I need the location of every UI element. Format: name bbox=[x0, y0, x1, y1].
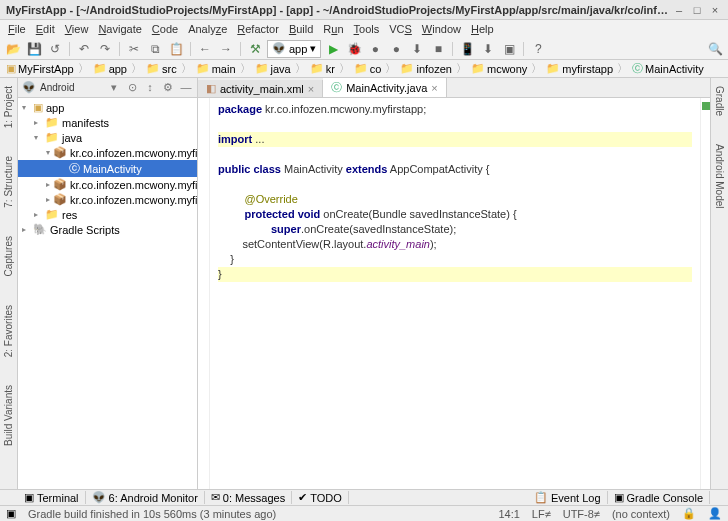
breadcrumb-item[interactable]: 📁main bbox=[194, 62, 238, 75]
tree-arrow-icon[interactable]: ▾ bbox=[34, 133, 42, 142]
tab-android-model[interactable]: Android Model bbox=[714, 140, 725, 212]
close-icon[interactable]: × bbox=[431, 82, 437, 94]
import-fold[interactable]: import ... bbox=[218, 132, 692, 147]
breadcrumb-item[interactable]: 📁src bbox=[144, 62, 179, 75]
menu-navigate[interactable]: Navigate bbox=[94, 22, 145, 36]
tree-row[interactable]: ▸📦kr.co.infozen.mcwony.myfirstapp (test) bbox=[18, 192, 197, 207]
menu-analyze[interactable]: Analyze bbox=[184, 22, 231, 36]
panel-title[interactable]: Android bbox=[40, 82, 103, 93]
menu-tools[interactable]: Tools bbox=[350, 22, 384, 36]
menu-window[interactable]: Window bbox=[418, 22, 465, 36]
dropdown-icon[interactable]: ▾ bbox=[107, 81, 121, 95]
tool-window-toggle-icon[interactable]: ▣ bbox=[6, 507, 16, 520]
tab-messages[interactable]: ✉ 0: Messages bbox=[205, 491, 292, 504]
project-structure-icon[interactable]: ▣ bbox=[500, 40, 518, 58]
attach-icon[interactable]: ⬇ bbox=[408, 40, 426, 58]
editor-tab[interactable]: ◧ activity_main.xml × bbox=[198, 80, 323, 97]
menu-build[interactable]: Build bbox=[285, 22, 317, 36]
redo-icon[interactable]: ↷ bbox=[96, 40, 114, 58]
tab-gradle-console[interactable]: ▣ Gradle Console bbox=[608, 491, 710, 504]
undo-icon[interactable]: ↶ bbox=[75, 40, 93, 58]
paste-icon[interactable]: 📋 bbox=[167, 40, 185, 58]
gear-icon[interactable]: ⚙ bbox=[161, 81, 175, 95]
run-config-select[interactable]: 👽 app ▾ bbox=[267, 40, 321, 58]
avd-icon[interactable]: 📱 bbox=[458, 40, 476, 58]
tree-arrow-icon[interactable]: ▾ bbox=[22, 103, 30, 112]
make-icon[interactable]: ⚒ bbox=[246, 40, 264, 58]
tree-row[interactable]: ▸📁res bbox=[18, 207, 197, 222]
menu-run[interactable]: Run bbox=[319, 22, 347, 36]
tab-gradle[interactable]: Gradle bbox=[714, 82, 725, 120]
tab-structure[interactable]: 7: Structure bbox=[3, 152, 14, 212]
line-separator[interactable]: LF≠ bbox=[532, 508, 551, 520]
tree-arrow-icon[interactable]: ▸ bbox=[46, 180, 50, 189]
menu-view[interactable]: View bbox=[61, 22, 93, 36]
tree-arrow-icon[interactable]: ▸ bbox=[34, 118, 42, 127]
context-info[interactable]: (no context) bbox=[612, 508, 670, 520]
profiler-dot2-icon[interactable]: ● bbox=[387, 40, 405, 58]
tree-row[interactable]: ▾📦kr.co.infozen.mcwony.myfirstapp bbox=[18, 145, 197, 160]
run-icon[interactable]: ▶ bbox=[324, 40, 342, 58]
file-encoding[interactable]: UTF-8≠ bbox=[563, 508, 600, 520]
maximize-button[interactable]: □ bbox=[690, 3, 704, 17]
close-icon[interactable]: × bbox=[308, 83, 314, 95]
tree-arrow-icon[interactable]: ▸ bbox=[22, 225, 30, 234]
menu-edit[interactable]: Edit bbox=[32, 22, 59, 36]
minimize-button[interactable]: – bbox=[672, 3, 686, 17]
stop-icon[interactable]: ■ bbox=[429, 40, 447, 58]
breadcrumb-item[interactable]: 📁kr bbox=[308, 62, 337, 75]
tree-arrow-icon[interactable]: ▸ bbox=[34, 210, 42, 219]
lock-icon[interactable]: 🔒 bbox=[682, 507, 696, 520]
breadcrumb-item[interactable]: 📁app bbox=[91, 62, 129, 75]
error-stripe[interactable] bbox=[700, 98, 710, 489]
tab-event-log[interactable]: 📋 Event Log bbox=[528, 491, 608, 504]
tab-build-variants[interactable]: Build Variants bbox=[3, 381, 14, 450]
forward-icon[interactable]: → bbox=[217, 40, 235, 58]
tree-row[interactable]: ⓒMainActivity bbox=[18, 160, 197, 177]
tab-todo[interactable]: ✔ TODO bbox=[292, 491, 349, 504]
tree-row[interactable]: ▸📁manifests bbox=[18, 115, 197, 130]
menu-file[interactable]: File bbox=[4, 22, 30, 36]
back-icon[interactable]: ← bbox=[196, 40, 214, 58]
help-icon[interactable]: ? bbox=[529, 40, 547, 58]
menu-help[interactable]: Help bbox=[467, 22, 498, 36]
editor-tab[interactable]: ⓒ MainActivity.java × bbox=[323, 78, 447, 97]
search-icon[interactable]: 🔍 bbox=[706, 40, 724, 58]
project-tree[interactable]: ▾▣app▸📁manifests▾📁java▾📦kr.co.infozen.mc… bbox=[18, 98, 197, 489]
sync-icon[interactable]: ↺ bbox=[46, 40, 64, 58]
cut-icon[interactable]: ✂ bbox=[125, 40, 143, 58]
hector-icon[interactable]: 👤 bbox=[708, 507, 722, 520]
tree-row[interactable]: ▸🐘Gradle Scripts bbox=[18, 222, 197, 237]
tab-favorites[interactable]: 2: Favorites bbox=[3, 301, 14, 361]
tree-row[interactable]: ▸📦kr.co.infozen.mcwony.myfirstapp (andro… bbox=[18, 177, 197, 192]
breadcrumb-item[interactable]: ▣MyFirstApp bbox=[4, 62, 76, 75]
breadcrumb-item[interactable]: 📁mcwony bbox=[469, 62, 529, 75]
breadcrumb-item[interactable]: 📁infozen bbox=[398, 62, 453, 75]
hide-icon[interactable]: — bbox=[179, 81, 193, 95]
close-button[interactable]: × bbox=[708, 3, 722, 17]
open-icon[interactable]: 📂 bbox=[4, 40, 22, 58]
expand-icon[interactable]: ↕ bbox=[143, 81, 157, 95]
code-editor[interactable]: package kr.co.infozen.mcwony.myfirstapp;… bbox=[210, 98, 700, 489]
collapse-icon[interactable]: ⊙ bbox=[125, 81, 139, 95]
save-icon[interactable]: 💾 bbox=[25, 40, 43, 58]
menu-code[interactable]: Code bbox=[148, 22, 182, 36]
sdk-icon[interactable]: ⬇ bbox=[479, 40, 497, 58]
fold-gutter[interactable] bbox=[198, 98, 210, 489]
tab-project[interactable]: 1: Project bbox=[3, 82, 14, 132]
breadcrumb-item[interactable]: 📁myfirstapp bbox=[544, 62, 615, 75]
tree-row[interactable]: ▾▣app bbox=[18, 100, 197, 115]
tab-terminal[interactable]: ▣ Terminal bbox=[18, 491, 86, 504]
tree-arrow-icon[interactable]: ▾ bbox=[46, 148, 50, 157]
menu-vcs[interactable]: VCS bbox=[385, 22, 416, 36]
breadcrumb-item[interactable]: 📁co bbox=[352, 62, 384, 75]
profiler-dot1-icon[interactable]: ● bbox=[366, 40, 384, 58]
copy-icon[interactable]: ⧉ bbox=[146, 40, 164, 58]
debug-icon[interactable]: 🐞 bbox=[345, 40, 363, 58]
tab-android-monitor[interactable]: 👽 6: Android Monitor bbox=[86, 491, 205, 504]
breadcrumb-item[interactable]: 📁java bbox=[253, 62, 293, 75]
tab-captures[interactable]: Captures bbox=[3, 232, 14, 281]
menu-refactor[interactable]: Refactor bbox=[233, 22, 283, 36]
tree-arrow-icon[interactable]: ▸ bbox=[46, 195, 50, 204]
cursor-position[interactable]: 14:1 bbox=[498, 508, 519, 520]
